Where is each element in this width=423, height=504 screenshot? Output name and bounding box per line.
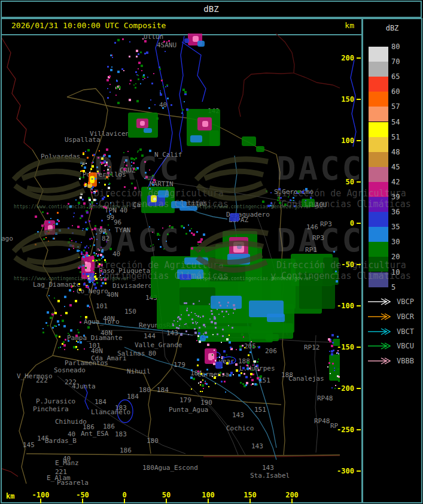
vector-legend-row: VBCP [367, 297, 422, 306]
vector-arrow-icon [367, 313, 393, 320]
map-panel: 2026/01/31 10:00:00 UTC Composite km [1, 18, 363, 503]
colorbar-value-label: 20 [391, 253, 415, 260]
vector-legend-label: VBCR [397, 312, 414, 321]
vector-legend-label: VBCT [397, 327, 414, 336]
colorbar-swatch [369, 107, 388, 122]
vector-arrow-icon [367, 298, 393, 305]
vector-legend-row: VBCT [367, 327, 422, 336]
colorbar-value-label: 30 [391, 238, 415, 245]
title-bar: dBZ [1, 1, 422, 18]
colorbar-swatch [369, 227, 388, 242]
colorbar-value-label: 10 [391, 269, 415, 276]
colorbar-value-label: 42 [391, 178, 415, 186]
colorbar-value-label: 39 [391, 193, 415, 201]
colorbar-swatch [369, 242, 388, 257]
colorbar-swatch [369, 197, 388, 212]
colorbar-swatch [369, 47, 388, 62]
vector-legend-row: VBCR [367, 312, 422, 321]
vector-legend-row: VBCU [367, 341, 422, 351]
timestamp: 2026/01/31 10:00:00 UTC Composite [11, 21, 166, 30]
vector-legend-row: VBBB [367, 356, 422, 366]
colorbar-swatch [369, 272, 388, 287]
colorbar-swatch [369, 62, 388, 77]
vector-legend-label: VBBB [397, 357, 414, 365]
colorbar-value-label: 5 [391, 284, 415, 291]
colorbar-value-label: 65 [391, 73, 415, 80]
colorbar-value-label: 54 [391, 119, 415, 126]
vector-arrow-icon [367, 357, 393, 365]
colorbar-swatch [369, 257, 388, 272]
vector-arrow-icon [367, 328, 393, 335]
y-axis-unit-label: km [345, 21, 354, 30]
vector-legend-label: VBCU [397, 342, 414, 350]
colorbar-swatch [369, 122, 388, 137]
radar-app-window: { "title_bar": {"title": "dBZ"}, "header… [0, 0, 423, 504]
colorbar-swatch [369, 77, 388, 92]
colorbar-swatch [369, 137, 388, 152]
colorbar-value-label: 80 [391, 43, 415, 50]
colorbar-value-label: 36 [391, 208, 415, 215]
colorbar-swatch [369, 167, 388, 182]
colorbar-panel: dBZ 807065605754514845423936353020105 VB… [362, 18, 422, 503]
colorbar-swatch [369, 212, 388, 227]
page-title: dBZ [203, 4, 218, 14]
colorbar-value-label: 45 [391, 163, 415, 171]
colorbar-value-label: 57 [391, 103, 415, 110]
colorbar-swatch [369, 182, 388, 197]
colorbar-title: dBZ [363, 24, 421, 32]
map-header: 2026/01/31 10:00:00 UTC Composite km [2, 19, 361, 35]
colorbar-value-label: 51 [391, 133, 415, 141]
vector-legend-label: VBCP [397, 297, 414, 306]
colorbar-swatch [369, 152, 388, 167]
colorbar-swatch [369, 92, 388, 107]
colorbar-value-label: 60 [391, 88, 415, 95]
colorbar-value-label: 48 [391, 148, 415, 156]
colorbar-value-label: 35 [391, 223, 415, 230]
colorbar-value-label: 70 [391, 58, 415, 65]
vector-arrow-icon [367, 342, 393, 350]
